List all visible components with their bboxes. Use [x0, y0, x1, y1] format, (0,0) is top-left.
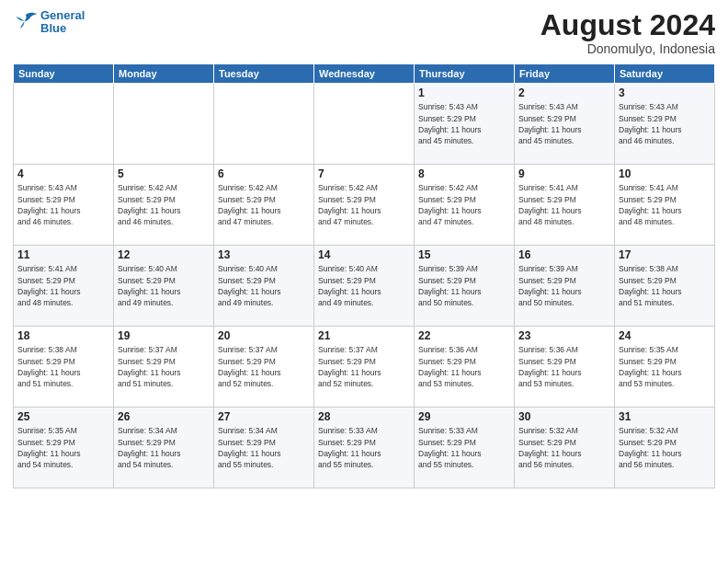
- table-cell: 16Sunrise: 5:39 AMSunset: 5:29 PMDayligh…: [515, 246, 615, 327]
- table-cell: 24Sunrise: 5:35 AMSunset: 5:29 PMDayligh…: [615, 327, 715, 408]
- day-info: Sunrise: 5:41 AMSunset: 5:29 PMDaylight:…: [518, 182, 610, 227]
- page-container: General Blue August 2024 Donomulyo, Indo…: [0, 0, 728, 563]
- table-cell: 15Sunrise: 5:39 AMSunset: 5:29 PMDayligh…: [415, 246, 515, 327]
- day-info: Sunrise: 5:37 AMSunset: 5:29 PMDaylight:…: [118, 344, 210, 389]
- day-info: Sunrise: 5:42 AMSunset: 5:29 PMDaylight:…: [118, 182, 210, 227]
- table-cell: 6Sunrise: 5:42 AMSunset: 5:29 PMDaylight…: [214, 165, 314, 246]
- logo-blue: Blue: [40, 21, 66, 35]
- day-info: Sunrise: 5:34 AMSunset: 5:29 PMDaylight:…: [218, 425, 310, 470]
- day-info: Sunrise: 5:36 AMSunset: 5:29 PMDaylight:…: [418, 344, 510, 389]
- month-title: August 2024: [540, 9, 715, 41]
- day-number: 25: [17, 410, 109, 423]
- day-info: Sunrise: 5:38 AMSunset: 5:29 PMDaylight:…: [17, 344, 109, 389]
- table-cell: 23Sunrise: 5:36 AMSunset: 5:29 PMDayligh…: [515, 327, 615, 408]
- day-info: Sunrise: 5:43 AMSunset: 5:29 PMDaylight:…: [518, 101, 610, 146]
- table-cell: 27Sunrise: 5:34 AMSunset: 5:29 PMDayligh…: [214, 408, 314, 488]
- day-number: 13: [218, 248, 310, 261]
- logo: General Blue: [13, 9, 85, 36]
- table-cell: 1Sunrise: 5:43 AMSunset: 5:29 PMDaylight…: [415, 84, 515, 165]
- table-cell: 25Sunrise: 5:35 AMSunset: 5:29 PMDayligh…: [14, 408, 114, 488]
- day-info: Sunrise: 5:37 AMSunset: 5:29 PMDaylight:…: [318, 344, 410, 389]
- day-number: 16: [518, 248, 610, 261]
- header-sunday: Sunday: [14, 64, 114, 84]
- table-cell: 8Sunrise: 5:42 AMSunset: 5:29 PMDaylight…: [415, 165, 515, 246]
- day-info: Sunrise: 5:41 AMSunset: 5:29 PMDaylight:…: [619, 182, 711, 227]
- day-number: 19: [118, 329, 210, 342]
- day-info: Sunrise: 5:33 AMSunset: 5:29 PMDaylight:…: [418, 425, 510, 470]
- day-number: 12: [118, 248, 210, 261]
- table-cell: 22Sunrise: 5:36 AMSunset: 5:29 PMDayligh…: [415, 327, 515, 408]
- table-cell: 12Sunrise: 5:40 AMSunset: 5:29 PMDayligh…: [114, 246, 214, 327]
- header-thursday: Thursday: [415, 64, 515, 84]
- header-friday: Friday: [515, 64, 615, 84]
- day-info: Sunrise: 5:43 AMSunset: 5:29 PMDaylight:…: [418, 101, 510, 146]
- day-number: 4: [17, 167, 109, 180]
- day-number: 21: [318, 329, 410, 342]
- calendar-header-row: Sunday Monday Tuesday Wednesday Thursday…: [14, 64, 715, 84]
- table-cell: 5Sunrise: 5:42 AMSunset: 5:29 PMDaylight…: [114, 165, 214, 246]
- day-number: 29: [418, 410, 510, 423]
- table-cell: 13Sunrise: 5:40 AMSunset: 5:29 PMDayligh…: [214, 246, 314, 327]
- day-info: Sunrise: 5:32 AMSunset: 5:29 PMDaylight:…: [619, 425, 711, 470]
- table-cell: 20Sunrise: 5:37 AMSunset: 5:29 PMDayligh…: [214, 327, 314, 408]
- day-info: Sunrise: 5:38 AMSunset: 5:29 PMDaylight:…: [619, 263, 711, 308]
- day-info: Sunrise: 5:36 AMSunset: 5:29 PMDaylight:…: [518, 344, 610, 389]
- day-number: 9: [518, 167, 610, 180]
- day-number: 2: [518, 86, 610, 99]
- table-cell: [314, 84, 415, 165]
- day-number: 10: [619, 167, 711, 180]
- day-info: Sunrise: 5:41 AMSunset: 5:29 PMDaylight:…: [17, 263, 109, 308]
- day-number: 22: [418, 329, 510, 342]
- day-info: Sunrise: 5:37 AMSunset: 5:29 PMDaylight:…: [218, 344, 310, 389]
- day-info: Sunrise: 5:43 AMSunset: 5:29 PMDaylight:…: [619, 101, 711, 146]
- table-cell: 31Sunrise: 5:32 AMSunset: 5:29 PMDayligh…: [615, 408, 715, 488]
- day-info: Sunrise: 5:32 AMSunset: 5:29 PMDaylight:…: [518, 425, 610, 470]
- day-info: Sunrise: 5:40 AMSunset: 5:29 PMDaylight:…: [218, 263, 310, 308]
- day-number: 15: [418, 248, 510, 261]
- day-number: 31: [619, 410, 711, 423]
- day-number: 26: [118, 410, 210, 423]
- day-info: Sunrise: 5:42 AMSunset: 5:29 PMDaylight:…: [418, 182, 510, 227]
- location: Donomulyo, Indonesia: [540, 41, 715, 56]
- day-info: Sunrise: 5:34 AMSunset: 5:29 PMDaylight:…: [118, 425, 210, 470]
- header-monday: Monday: [114, 64, 214, 84]
- day-number: 30: [518, 410, 610, 423]
- day-number: 8: [418, 167, 510, 180]
- table-cell: 28Sunrise: 5:33 AMSunset: 5:29 PMDayligh…: [314, 408, 415, 488]
- table-cell: 4Sunrise: 5:43 AMSunset: 5:29 PMDaylight…: [14, 165, 114, 246]
- day-number: 17: [619, 248, 711, 261]
- day-info: Sunrise: 5:42 AMSunset: 5:29 PMDaylight:…: [218, 182, 310, 227]
- day-number: 28: [318, 410, 410, 423]
- day-info: Sunrise: 5:33 AMSunset: 5:29 PMDaylight:…: [318, 425, 410, 470]
- day-number: 20: [218, 329, 310, 342]
- day-number: 18: [17, 329, 109, 342]
- day-number: 27: [218, 410, 310, 423]
- day-number: 14: [318, 248, 410, 261]
- week-row-1: 1Sunrise: 5:43 AMSunset: 5:29 PMDaylight…: [14, 84, 715, 165]
- table-cell: 30Sunrise: 5:32 AMSunset: 5:29 PMDayligh…: [515, 408, 615, 488]
- day-number: 24: [619, 329, 711, 342]
- table-cell: 2Sunrise: 5:43 AMSunset: 5:29 PMDaylight…: [515, 84, 615, 165]
- table-cell: 7Sunrise: 5:42 AMSunset: 5:29 PMDaylight…: [314, 165, 415, 246]
- logo-text: General Blue: [40, 9, 85, 36]
- day-info: Sunrise: 5:40 AMSunset: 5:29 PMDaylight:…: [318, 263, 410, 308]
- table-cell: 21Sunrise: 5:37 AMSunset: 5:29 PMDayligh…: [314, 327, 415, 408]
- header-saturday: Saturday: [615, 64, 715, 84]
- day-number: 6: [218, 167, 310, 180]
- table-cell: 9Sunrise: 5:41 AMSunset: 5:29 PMDaylight…: [515, 165, 615, 246]
- logo-icon: [13, 11, 39, 33]
- title-block: August 2024 Donomulyo, Indonesia: [540, 9, 715, 56]
- header: General Blue August 2024 Donomulyo, Indo…: [13, 9, 715, 56]
- table-cell: 3Sunrise: 5:43 AMSunset: 5:29 PMDaylight…: [615, 84, 715, 165]
- week-row-3: 11Sunrise: 5:41 AMSunset: 5:29 PMDayligh…: [14, 246, 715, 327]
- table-cell: 19Sunrise: 5:37 AMSunset: 5:29 PMDayligh…: [114, 327, 214, 408]
- table-cell: 26Sunrise: 5:34 AMSunset: 5:29 PMDayligh…: [114, 408, 214, 488]
- day-info: Sunrise: 5:35 AMSunset: 5:29 PMDaylight:…: [619, 344, 711, 389]
- day-info: Sunrise: 5:40 AMSunset: 5:29 PMDaylight:…: [118, 263, 210, 308]
- week-row-2: 4Sunrise: 5:43 AMSunset: 5:29 PMDaylight…: [14, 165, 715, 246]
- day-info: Sunrise: 5:39 AMSunset: 5:29 PMDaylight:…: [418, 263, 510, 308]
- table-cell: 29Sunrise: 5:33 AMSunset: 5:29 PMDayligh…: [415, 408, 515, 488]
- day-number: 11: [17, 248, 109, 261]
- day-info: Sunrise: 5:42 AMSunset: 5:29 PMDaylight:…: [318, 182, 410, 227]
- table-cell: 11Sunrise: 5:41 AMSunset: 5:29 PMDayligh…: [14, 246, 114, 327]
